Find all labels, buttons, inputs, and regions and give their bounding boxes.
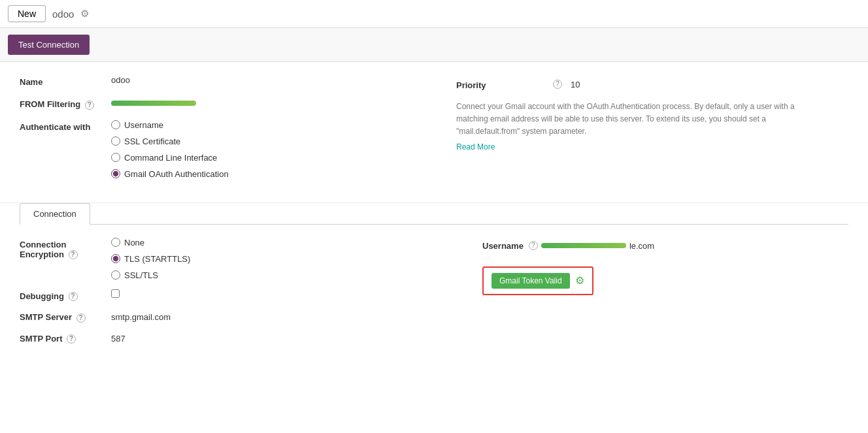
- name-label: Name: [20, 75, 111, 87]
- enc-option-starttls[interactable]: TLS (STARTTLS): [111, 254, 456, 264]
- gmail-token-container: Gmail Token Valid ⚙: [482, 266, 593, 295]
- priority-row: Priority ? 10: [456, 78, 848, 90]
- connection-tab-content: Connection Encryption ? None TLS (STARTT…: [20, 225, 848, 366]
- gmail-token-button[interactable]: Gmail Token Valid: [492, 273, 570, 289]
- debugging-help-icon[interactable]: ?: [69, 292, 78, 301]
- from-filtering-row: FROM Filtering ?: [20, 97, 456, 110]
- username-row: Username ? le.com: [482, 241, 848, 251]
- encryption-row: Connection Encryption ? None TLS (STARTT…: [20, 238, 456, 280]
- auth-radio-ssl[interactable]: [111, 136, 120, 146]
- username-help-icon[interactable]: ?: [529, 241, 538, 250]
- name-value: odoo: [111, 75, 456, 85]
- priority-value: 10: [571, 80, 580, 89]
- auth-option-username[interactable]: Username: [111, 120, 456, 130]
- enc-label-ssltls: SSL/TLS: [124, 270, 158, 280]
- smtp-server-value: smtp.gmail.com: [111, 310, 456, 322]
- encryption-help-icon[interactable]: ?: [69, 250, 78, 259]
- main-form-section: Name odoo FROM Filtering ? Authenticate …: [0, 62, 868, 203]
- smtp-server-help-icon[interactable]: ?: [76, 313, 86, 323]
- smtp-port-value: 587: [111, 332, 456, 344]
- enc-radio-starttls[interactable]: [111, 254, 120, 263]
- new-button[interactable]: New: [8, 5, 46, 22]
- authenticate-row: Authenticate with Username SSL Certifica…: [20, 120, 456, 179]
- enc-label-starttls: TLS (STARTTLS): [124, 254, 190, 264]
- tab-connection[interactable]: Connection: [20, 203, 90, 225]
- encryption-label: Connection Encryption ?: [20, 238, 111, 260]
- priority-help-icon[interactable]: ?: [553, 80, 562, 89]
- read-more-link[interactable]: Read More: [456, 142, 848, 152]
- debugging-checkbox-container: [111, 289, 456, 300]
- from-filter-help-icon[interactable]: ?: [85, 101, 94, 110]
- auth-options: Username SSL Certificate Command Line In…: [111, 120, 456, 179]
- app-name: odoo: [52, 8, 74, 20]
- debugging-checkbox[interactable]: [111, 289, 120, 298]
- tab-section: Connection Connection Encryption ? None: [0, 203, 868, 366]
- enc-radio-none[interactable]: [111, 238, 120, 247]
- enc-radio-ssltls[interactable]: [111, 270, 120, 280]
- auth-label-gmail: Gmail OAuth Authentication: [124, 169, 229, 179]
- username-masked-value: [541, 243, 626, 248]
- action-bar: Test Connection: [0, 28, 868, 62]
- username-domain: le.com: [629, 241, 654, 251]
- token-gear-icon[interactable]: ⚙: [575, 274, 584, 287]
- auth-label-ssl: SSL Certificate: [124, 136, 180, 146]
- debugging-row: Debugging ?: [20, 289, 456, 302]
- auth-option-ssl[interactable]: SSL Certificate: [111, 136, 456, 146]
- enc-label-none: None: [124, 238, 144, 248]
- priority-label: Priority: [456, 78, 548, 90]
- from-filter-label: FROM Filtering ?: [20, 97, 111, 110]
- settings-gear-icon[interactable]: ⚙: [80, 8, 89, 20]
- auth-option-cli[interactable]: Command Line Interface: [111, 153, 456, 163]
- oauth-info-text: Connect your Gmail account with the OAut…: [456, 101, 822, 138]
- from-filter-mask: [111, 101, 196, 106]
- debugging-label: Debugging ?: [20, 289, 111, 302]
- smtp-port-row: SMTP Port ? 587: [20, 332, 456, 344]
- username-label: Username: [482, 241, 524, 251]
- from-filter-value: [111, 97, 456, 108]
- auth-radio-username[interactable]: [111, 120, 120, 129]
- auth-label-cli: Command Line Interface: [124, 153, 217, 163]
- smtp-server-row: SMTP Server ? smtp.gmail.com: [20, 310, 456, 323]
- smtp-port-label: SMTP Port ?: [20, 332, 111, 344]
- top-bar: New odoo ⚙: [0, 0, 868, 28]
- auth-radio-gmail[interactable]: [111, 169, 120, 178]
- smtp-port-help-icon[interactable]: ?: [67, 334, 76, 344]
- tab-bar: Connection: [20, 203, 848, 225]
- auth-radio-cli[interactable]: [111, 153, 120, 162]
- test-connection-button[interactable]: Test Connection: [8, 35, 90, 55]
- auth-option-gmail[interactable]: Gmail OAuth Authentication: [111, 169, 456, 179]
- authenticate-label: Authenticate with: [20, 120, 111, 132]
- smtp-server-label: SMTP Server ?: [20, 310, 111, 323]
- name-row: Name odoo: [20, 75, 456, 87]
- encryption-options: None TLS (STARTTLS) SSL/TLS: [111, 238, 456, 280]
- enc-option-ssltls[interactable]: SSL/TLS: [111, 270, 456, 280]
- auth-label-username: Username: [124, 120, 163, 130]
- enc-option-none[interactable]: None: [111, 238, 456, 248]
